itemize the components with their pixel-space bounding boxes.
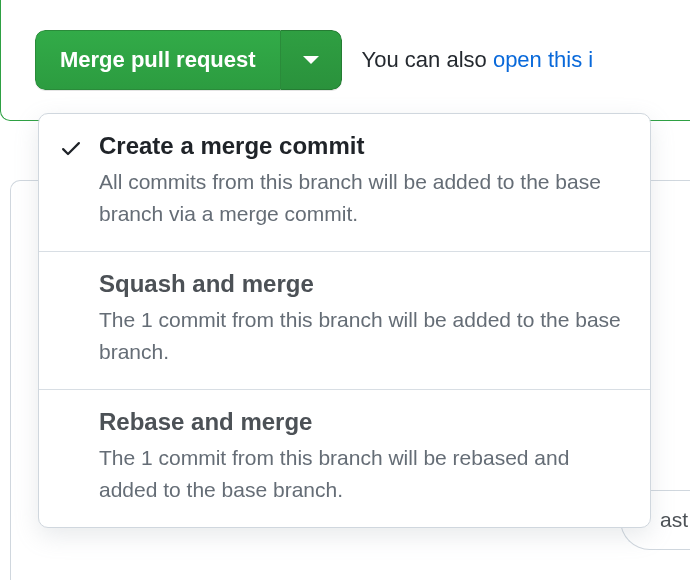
check-column [59, 408, 99, 505]
option-content: Create a merge commit All commits from t… [99, 132, 630, 229]
check-icon [59, 136, 83, 229]
merge-pull-request-button[interactable]: Merge pull request [35, 30, 281, 90]
option-description: All commits from this branch will be add… [99, 166, 630, 229]
merge-button-group: Merge pull request [35, 30, 342, 90]
option-content: Rebase and merge The 1 commit from this … [99, 408, 630, 505]
merge-section: Merge pull request You can also open thi… [0, 0, 690, 121]
option-title: Create a merge commit [99, 132, 630, 160]
merge-option-rebase-and-merge[interactable]: Rebase and merge The 1 commit from this … [39, 390, 650, 527]
hint-prefix: You can also [362, 47, 493, 72]
merge-option-squash-and-merge[interactable]: Squash and merge The 1 commit from this … [39, 252, 650, 390]
check-column [59, 132, 99, 229]
merge-options-dropdown-button[interactable] [281, 30, 342, 90]
option-description: The 1 commit from this branch will be ad… [99, 304, 630, 367]
check-column [59, 270, 99, 367]
option-description: The 1 commit from this branch will be re… [99, 442, 630, 505]
merge-option-create-merge-commit[interactable]: Create a merge commit All commits from t… [39, 114, 650, 252]
option-title: Squash and merge [99, 270, 630, 298]
merge-hint-text: You can also open this i [362, 47, 594, 73]
option-content: Squash and merge The 1 commit from this … [99, 270, 630, 367]
option-title: Rebase and merge [99, 408, 630, 436]
open-this-link[interactable]: open this i [493, 47, 593, 72]
merge-method-dropdown: Create a merge commit All commits from t… [38, 113, 651, 528]
caret-down-icon [303, 56, 319, 64]
